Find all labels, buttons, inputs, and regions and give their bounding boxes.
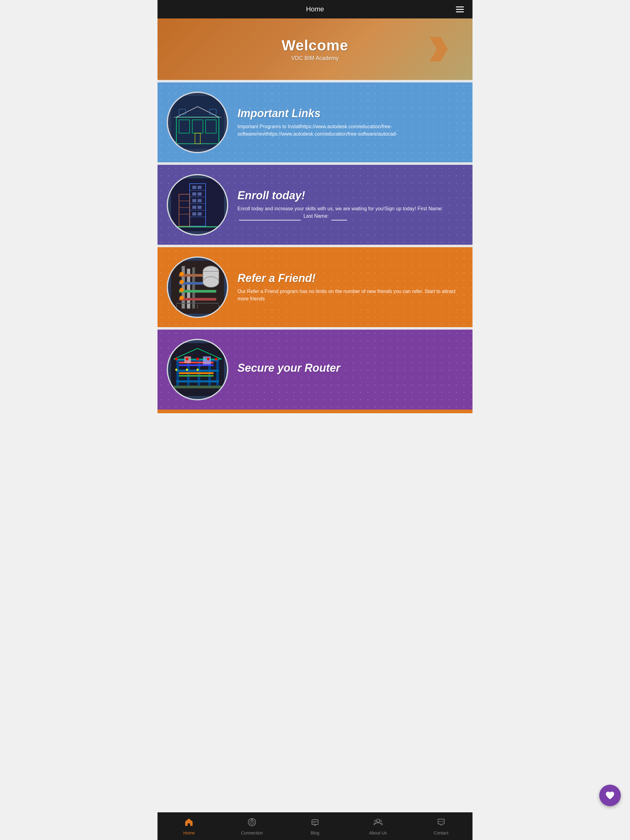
refer-text: Refer a Friend! Our Refer a Friend progr… xyxy=(237,272,463,303)
hamburger-line-3 xyxy=(456,11,464,12)
svg-rect-66 xyxy=(179,364,214,366)
svg-rect-27 xyxy=(192,206,196,209)
svg-rect-67 xyxy=(179,373,214,374)
enroll-body: Enroll today and increase your skills wi… xyxy=(237,205,463,221)
divider-1 xyxy=(157,80,473,82)
svg-point-78 xyxy=(186,369,188,371)
svg-rect-35 xyxy=(176,226,219,227)
last-name-input-display xyxy=(332,212,347,221)
important-links-title: Important Links xyxy=(237,107,463,120)
svg-point-76 xyxy=(215,358,217,360)
router-text: Secure your Router xyxy=(237,362,463,377)
svg-rect-69 xyxy=(203,356,211,364)
svg-point-48 xyxy=(179,280,184,284)
last-name-label: Last Name: xyxy=(303,213,329,219)
enroll-text: Enroll today! Enroll today and increase … xyxy=(237,189,463,221)
first-name-input-display xyxy=(239,212,301,221)
svg-rect-68 xyxy=(179,375,214,376)
refer-title: Refer a Friend! xyxy=(237,272,463,285)
refer-section: Refer a Friend! Our Refer a Friend progr… xyxy=(157,247,473,327)
important-links-body: Important Programs to Installhttps://www… xyxy=(237,123,463,138)
router-section: Secure your Router xyxy=(157,330,473,409)
bottom-spacer xyxy=(157,413,473,444)
svg-rect-29 xyxy=(192,212,196,215)
divider-3 xyxy=(157,245,473,247)
nav-title: Home xyxy=(306,5,324,13)
svg-rect-22 xyxy=(198,186,201,189)
router-title: Secure your Router xyxy=(237,362,463,374)
svg-rect-26 xyxy=(198,199,201,202)
enroll-title: Enroll today! xyxy=(237,189,463,202)
svg-rect-21 xyxy=(192,186,196,189)
svg-point-50 xyxy=(179,296,184,300)
svg-rect-64 xyxy=(176,381,219,382)
bottom-strip xyxy=(157,409,473,413)
divider-2 xyxy=(157,163,473,165)
svg-point-46 xyxy=(203,276,219,287)
router-image xyxy=(167,339,228,400)
svg-rect-39 xyxy=(192,267,195,308)
svg-rect-28 xyxy=(198,206,201,209)
hero-subtitle: VDC BIM Academy xyxy=(282,55,348,62)
important-links-image xyxy=(167,92,228,153)
important-links-section: Important Links Important Programs to In… xyxy=(157,82,473,163)
svg-point-79 xyxy=(196,369,199,371)
svg-rect-42 xyxy=(179,290,216,293)
svg-point-72 xyxy=(175,358,178,360)
enroll-section: Enroll today! Enroll today and increase … xyxy=(157,165,473,245)
hamburger-line-2 xyxy=(456,9,464,10)
svg-point-77 xyxy=(175,369,177,371)
hamburger-line-1 xyxy=(456,6,464,7)
svg-rect-23 xyxy=(192,192,196,195)
svg-rect-56 xyxy=(174,385,222,388)
top-navigation: Home xyxy=(157,0,473,19)
svg-point-47 xyxy=(179,272,184,276)
svg-rect-43 xyxy=(179,298,216,301)
svg-point-73 xyxy=(185,358,188,360)
svg-rect-30 xyxy=(198,212,201,215)
hero-title: Welcome xyxy=(282,37,348,54)
hero-banner: Welcome VDC BIM Academy xyxy=(157,19,473,80)
svg-rect-25 xyxy=(192,199,196,202)
hamburger-menu-button[interactable] xyxy=(453,4,466,15)
svg-point-75 xyxy=(207,358,209,360)
hero-arrow-decoration xyxy=(429,37,448,62)
important-links-text: Important Links Important Programs to In… xyxy=(237,107,463,138)
refer-image xyxy=(167,256,228,318)
svg-point-74 xyxy=(196,358,199,360)
enroll-image xyxy=(167,174,228,235)
svg-point-49 xyxy=(179,288,184,292)
refer-body: Our Refer a Friend program has no limits… xyxy=(237,288,463,303)
svg-rect-24 xyxy=(198,192,201,195)
divider-4 xyxy=(157,327,473,330)
hero-content: Welcome VDC BIM Academy xyxy=(282,37,348,62)
